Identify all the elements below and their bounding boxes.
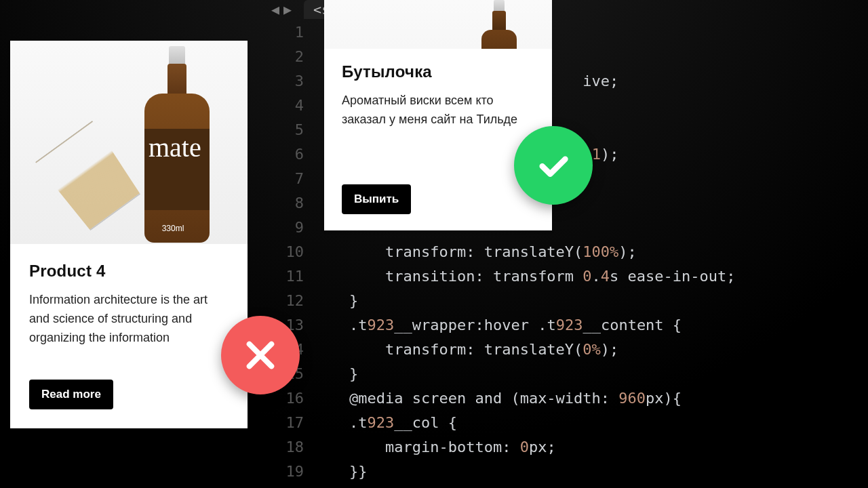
card-description: Ароматный виски всем кто заказал у меня … [342,91,534,129]
tab-history-forward-icon[interactable]: ▶ [283,1,292,18]
example-card-wrong: mate 330ml Product 4 Information archite… [10,41,248,428]
tab-history-back-icon[interactable]: ◀ [271,1,279,18]
bottle-illustration: mate 330ml [138,46,208,243]
correct-badge [514,126,593,205]
bottle-volume-label: 330ml [138,224,208,233]
card-description: Information architecture is the art and … [29,290,229,347]
card-overlay: Бутылочка Ароматный виски всем кто заказ… [324,49,552,230]
product-image: mate 330ml [10,41,248,244]
drink-button[interactable]: Выпить [342,184,411,214]
bottle-brand-label: mate [144,129,210,210]
card-title: Product 4 [29,262,229,281]
read-more-button[interactable]: Read more [29,380,113,409]
example-card-correct: Бутылочка Ароматный виски всем кто заказ… [324,0,552,230]
check-icon [534,146,572,184]
wrong-badge [221,316,300,394]
card-title: Бутылочка [342,62,534,81]
cross-icon [241,336,279,374]
